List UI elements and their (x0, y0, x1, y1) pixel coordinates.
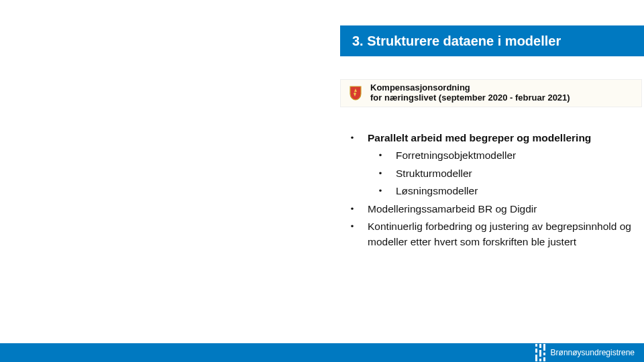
diagram-connector (199, 67, 211, 68)
diagram-connector (174, 324, 175, 333)
diagram-connector (121, 48, 154, 49)
bullet-text: Strukturmodeller (396, 166, 637, 181)
diagram-pane (56, 0, 137, 133)
footer-bar: Brønnøysundregistrene (0, 343, 644, 362)
bullet-item: •Strukturmodeller (377, 166, 637, 181)
diagram-pane (266, 0, 315, 133)
uml-class-box: Klassifikasjonssystem (8, 7, 51, 20)
diagram-connector (105, 269, 111, 270)
uml-class-box: SisteRask tilbakeblikk melding (270, 5, 313, 20)
data-entity-box: post6300.elekuleake Belep [0..1]post6340… (113, 265, 225, 324)
bullet-text: Parallelt arbeid med begreper og modelle… (368, 131, 637, 145)
bullet-item: •Forretningsobjektmodeller (377, 148, 637, 163)
uml-class-box: Klassifikasjonsregel« av aksellast .. » (71, 102, 122, 115)
bullet-text: Forretningsobjektmodeller (396, 148, 637, 163)
banner-text: Kompensasjonsordning for næringslivet (s… (370, 83, 570, 103)
bullet-text: Kontinuerlig forbedring og justering av … (368, 219, 637, 249)
uml-class-box: BeregningBeregning (basert) (9, 43, 50, 59)
diagram-connector (211, 269, 232, 270)
banner-line1: Kompensasjonsordning (370, 82, 470, 93)
uml-class-box: Avsetningsregel« avregning (basert..) fr… (71, 42, 122, 58)
diagram-connector (31, 20, 32, 43)
brreg-logo-icon (535, 344, 545, 361)
diagram-connector (95, 58, 96, 79)
diagram-connector (176, 20, 176, 40)
data-entity-box: Søker (233, 255, 350, 265)
uml-class-box: Klassifikasjonsregel« samme testklasse .… (71, 80, 122, 97)
diagram-pane (4, 0, 56, 133)
bullet-dot-icon: • (377, 166, 384, 181)
uml-class-box: Klassifikasjon« nummerert » (156, 7, 199, 21)
bullet-item: •Kontinuerlig forbedring og justering av… (349, 219, 637, 249)
bullet-dot-icon: • (349, 131, 356, 145)
uml-class-box: Tilstand skal hentet .Omsetningsfallperi… (211, 25, 259, 105)
diagram-pane (137, 0, 207, 133)
bullet-item: •Løsningsmodeller (377, 184, 637, 198)
data-entity-box: forestoretteMelddiFuldonstran Boolean [1… (233, 265, 350, 347)
bullet-text: Modelleringssamarbeid BR og Digdir (368, 202, 637, 217)
bullet-dot-icon: • (377, 148, 384, 163)
uml-class-box: AvsetningTilsammen (9, 119, 50, 134)
data-entity-box: Beregningsforannsing (60, 174, 209, 185)
diagram-connector (95, 20, 96, 40)
scheme-banner: Kompensasjonsordning for næringslivet (s… (340, 79, 642, 107)
data-entity-box: OrdinaerResultatForSkatt (5, 255, 106, 265)
diagram-pane (207, 0, 266, 133)
bullet-text: Løsningsmodeller (396, 184, 637, 198)
diagram-connector (176, 56, 176, 62)
data-entity-box: avikling/Tilbakelbetaling Belep [0..1]av… (60, 184, 209, 213)
banner-line2: for næringslivet (september 2020 - febru… (370, 93, 570, 103)
data-entity-box: gjennomsnittligOrdinaerResultatForSkattR… (5, 265, 106, 296)
uml-class-box: AvsetningsregelKompensasjon utvidet (71, 8, 122, 20)
title-bar: 3. Strukturere dataene i modeller (340, 25, 644, 56)
bullet-item: •Parallelt arbeid med begreper og modell… (349, 131, 637, 145)
data-entity-box: avsadministratforkommunal Telefonbesok [… (229, 184, 343, 226)
bullet-list: •Parallelt arbeid med begreper og modell… (349, 131, 637, 252)
norway-coat-of-arms-icon (347, 85, 364, 101)
footer-brand: Brønnøysundregistrene (551, 348, 635, 357)
bullet-dot-icon: • (349, 202, 356, 217)
data-entity-box: Seknad (229, 174, 343, 185)
diagram-connector (31, 59, 32, 118)
bullet-item: •Modelleringssamarbeid BR og Digdir (349, 202, 637, 217)
slide-title: 3. Strukturere dataene i modeller (352, 34, 561, 49)
data-entity-box: FasteUunngaageligeKostnader (113, 255, 225, 265)
uml-class-box: Klassifikasjon« foretningsfall (basert) … (156, 42, 199, 56)
bullet-dot-icon: • (377, 184, 384, 198)
bullet-dot-icon: • (349, 219, 356, 234)
uml-class-box: KlassifikasjonOrdinaer totalkost for ska… (156, 60, 199, 75)
